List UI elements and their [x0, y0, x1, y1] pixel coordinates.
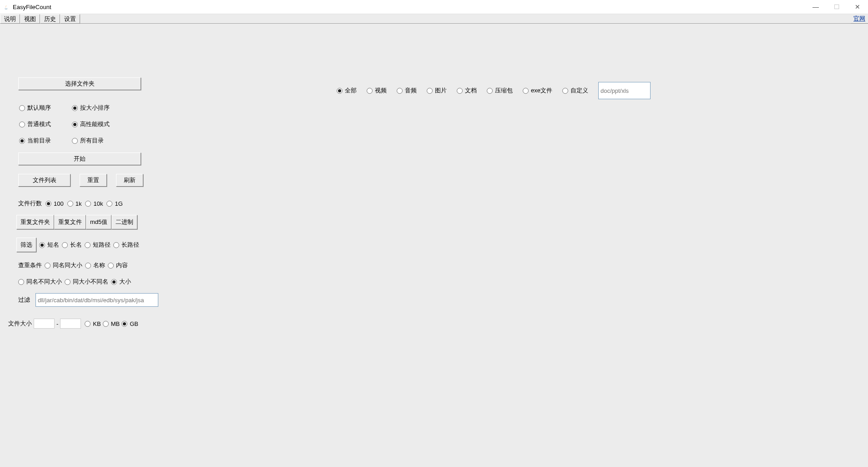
filter-input[interactable]	[35, 293, 158, 307]
filesize-max-input[interactable]	[60, 319, 81, 329]
radio-icon	[457, 88, 463, 94]
menubar: 说明 视图 历史 设置 官网	[0, 14, 868, 24]
dup-folder-button[interactable]: 重复文件夹	[16, 215, 54, 229]
namefilter-shortpath[interactable]: 短路径	[85, 241, 111, 249]
filetype-audio[interactable]: 音频	[397, 86, 417, 95]
start-button[interactable]: 开始	[18, 152, 141, 165]
filetype-group: 全部 视频 音频 图片 文档 压缩包 exe文件 自定义	[337, 82, 651, 99]
dupcond-size[interactable]: 大小	[111, 278, 131, 286]
radio-icon	[45, 263, 50, 269]
binary-button[interactable]: 二进制	[111, 215, 137, 229]
namefilter-longname[interactable]: 长名	[62, 241, 82, 249]
scope-current[interactable]: 当前目录	[19, 137, 51, 145]
radio-icon	[85, 201, 91, 207]
dupcond-label: 查重条件	[18, 261, 42, 269]
radio-icon	[65, 279, 71, 285]
filter-label: 过滤	[18, 296, 30, 304]
filelines-1k[interactable]: 1k	[67, 200, 82, 207]
radio-icon	[85, 242, 91, 248]
filelines-label: 文件行数	[18, 199, 42, 208]
radio-icon	[108, 263, 114, 269]
radio-icon	[113, 242, 119, 248]
menu-settings[interactable]: 设置	[60, 14, 80, 24]
radio-icon	[45, 201, 51, 207]
radio-icon	[85, 321, 91, 327]
filetype-archive[interactable]: 压缩包	[487, 86, 513, 95]
minimize-button[interactable]: —	[805, 0, 826, 14]
radio-icon	[397, 88, 403, 94]
radio-icon	[62, 242, 68, 248]
file-list-button[interactable]: 文件列表	[18, 174, 71, 187]
content-area: 全部 视频 音频 图片 文档 压缩包 exe文件 自定义 选择文件夹 默认顺序 …	[0, 24, 868, 467]
mode-group: 普通模式 高性能模式	[19, 120, 110, 128]
custom-ext-input[interactable]	[598, 82, 651, 99]
namefilter-group: 筛选 短名 长名 短路径 长路径	[16, 238, 139, 252]
filelines-10k[interactable]: 10k	[85, 200, 103, 207]
radio-icon	[19, 122, 25, 127]
radio-icon	[19, 105, 25, 111]
action-buttons: 文件列表 重置 刷新	[18, 174, 143, 187]
filetype-custom[interactable]: 自定义	[562, 86, 588, 95]
sort-size[interactable]: 按大小排序	[72, 104, 110, 112]
choose-folder-button[interactable]: 选择文件夹	[18, 77, 141, 90]
radio-icon	[523, 88, 529, 94]
radio-icon	[18, 279, 24, 285]
filetype-exe[interactable]: exe文件	[523, 86, 552, 95]
filesize-min-input[interactable]	[34, 319, 55, 329]
reset-button[interactable]: 重置	[80, 174, 107, 187]
radio-icon	[85, 263, 91, 269]
radio-icon	[106, 201, 112, 207]
md5-button[interactable]: md5值	[86, 215, 111, 229]
filelines-group: 文件行数 100 1k 10k 1G	[18, 199, 123, 208]
maximize-button[interactable]: ☐	[826, 0, 847, 14]
radio-icon	[111, 279, 117, 285]
namefilter-longpath[interactable]: 长路径	[113, 241, 139, 249]
filesize-mb[interactable]: MB	[103, 320, 120, 327]
filesize-kb[interactable]: KB	[85, 320, 101, 327]
filesize-gb[interactable]: GB	[121, 320, 138, 327]
filetype-video[interactable]: 视频	[367, 86, 387, 95]
filetype-doc[interactable]: 文档	[457, 86, 477, 95]
dupcond-content[interactable]: 内容	[108, 261, 128, 269]
radio-icon	[562, 88, 568, 94]
menu-history[interactable]: 历史	[40, 14, 60, 24]
refresh-button[interactable]: 刷新	[116, 174, 143, 187]
filelines-1g[interactable]: 1G	[106, 200, 122, 207]
radio-icon	[103, 321, 109, 327]
dupcond-same-size-diff-name[interactable]: 同大小不同名	[65, 278, 108, 286]
close-button[interactable]: ✕	[847, 0, 868, 14]
dup-buttons: 重复文件夹 重复文件 md5值 二进制	[16, 215, 137, 229]
radio-icon	[427, 88, 433, 94]
radio-icon	[19, 138, 25, 144]
sort-default[interactable]: 默认顺序	[19, 104, 51, 112]
dupcond-same-name-size[interactable]: 同名同大小	[45, 261, 82, 269]
scope-all[interactable]: 所有目录	[72, 137, 104, 145]
menu-view[interactable]: 视图	[20, 14, 40, 24]
dupcond-same-name-diff-size[interactable]: 同名不同大小	[18, 278, 62, 286]
filter-button[interactable]: 筛选	[16, 238, 36, 252]
filter-row: 过滤	[18, 293, 158, 307]
sort-group: 默认顺序 按大小排序	[19, 104, 110, 112]
titlebar: EasyFileCount — ☐ ✕	[0, 0, 868, 14]
filetype-all[interactable]: 全部	[337, 86, 357, 95]
radio-icon	[367, 88, 373, 94]
namefilter-shortname[interactable]: 短名	[39, 241, 59, 249]
mode-highperf[interactable]: 高性能模式	[72, 120, 110, 128]
filesize-row: 文件大小 - KB MB GB	[8, 319, 138, 329]
radio-icon	[39, 242, 45, 248]
mode-normal[interactable]: 普通模式	[19, 120, 51, 128]
filetype-image[interactable]: 图片	[427, 86, 447, 95]
dupcond-row2: 同名不同大小 同大小不同名 大小	[18, 278, 131, 286]
filesize-label: 文件大小	[8, 320, 32, 328]
official-site-link[interactable]: 官网	[851, 14, 868, 24]
dupcond-row1: 查重条件 同名同大小 名称 内容	[18, 261, 128, 269]
radio-icon	[487, 88, 493, 94]
menu-help[interactable]: 说明	[0, 14, 20, 24]
java-icon	[3, 3, 10, 10]
dup-file-button[interactable]: 重复文件	[54, 215, 86, 229]
radio-icon	[72, 122, 78, 127]
dupcond-name[interactable]: 名称	[85, 261, 105, 269]
radio-icon	[67, 201, 73, 207]
radio-icon	[72, 138, 78, 144]
filelines-100[interactable]: 100	[45, 200, 64, 207]
